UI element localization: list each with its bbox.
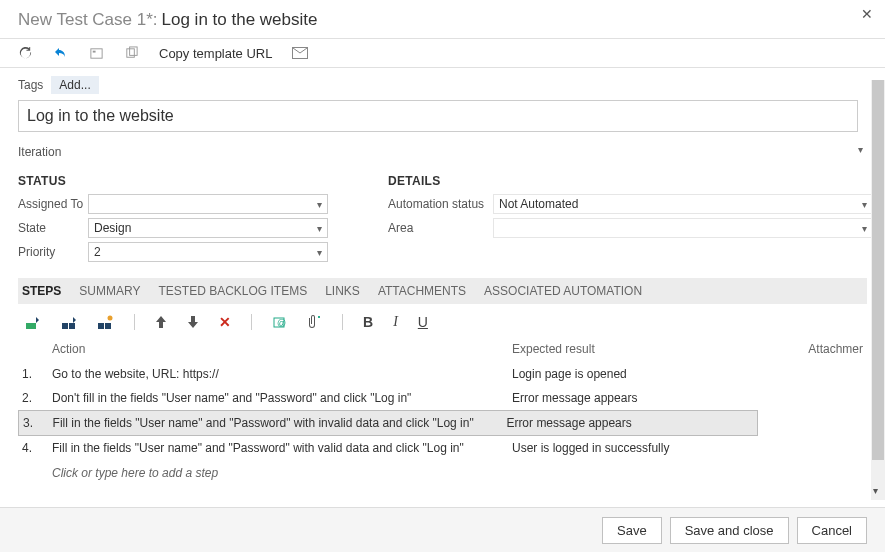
vertical-scrollbar[interactable]: ▾: [871, 80, 885, 500]
copy-icon[interactable]: [124, 46, 139, 61]
move-up-icon[interactable]: [155, 315, 167, 329]
tab-attachments[interactable]: ATTACHMENTS: [378, 284, 466, 298]
chevron-down-icon: ▾: [862, 223, 867, 234]
tab-steps[interactable]: STEPS: [22, 284, 61, 298]
separator: [134, 314, 135, 330]
step-row[interactable]: 1. Go to the website, URL: https:// Logi…: [18, 362, 867, 386]
tab-tested-backlog[interactable]: TESTED BACKLOG ITEMS: [158, 284, 307, 298]
chevron-down-icon: ▾: [317, 247, 322, 258]
tab-bar: STEPS SUMMARY TESTED BACKLOG ITEMS LINKS…: [18, 278, 867, 304]
tab-summary[interactable]: SUMMARY: [79, 284, 140, 298]
tab-associated-automation[interactable]: ASSOCIATED AUTOMATION: [484, 284, 642, 298]
svg-rect-2: [127, 48, 135, 56]
move-down-icon[interactable]: [187, 315, 199, 329]
iteration-select[interactable]: ▾: [88, 142, 867, 162]
svg-point-10: [108, 316, 113, 321]
steps-toolbar: ✕ @ B I U: [18, 304, 867, 338]
create-shared-step-icon[interactable]: [98, 315, 114, 329]
state-label: State: [18, 221, 88, 235]
add-step-placeholder-row[interactable]: Click or type here to add a step: [18, 460, 867, 492]
tags-row: Tags Add...: [18, 76, 867, 94]
priority-label: Priority: [18, 245, 88, 259]
separator: [342, 314, 343, 330]
area-label: Area: [388, 221, 493, 235]
iteration-label: Iteration: [18, 145, 88, 159]
assigned-to-label: Assigned To: [18, 197, 88, 211]
svg-rect-7: [69, 323, 75, 329]
bold-icon[interactable]: B: [363, 314, 373, 330]
svg-rect-9: [105, 323, 111, 329]
svg-rect-1: [93, 50, 96, 52]
close-icon[interactable]: ✕: [861, 6, 873, 22]
column-expected: Expected result: [512, 342, 762, 356]
step-row[interactable]: 2. Don't fill in the fields "User name" …: [18, 386, 867, 410]
save-and-close-button[interactable]: Save and close: [670, 517, 789, 544]
title-input[interactable]: [18, 100, 858, 132]
svg-rect-6: [62, 323, 68, 329]
priority-select[interactable]: 2▾: [88, 242, 328, 262]
iteration-row: Iteration ▾: [18, 142, 867, 162]
undo-icon[interactable]: [53, 45, 69, 61]
steps-header-row: Action Expected result Attachmer: [18, 338, 867, 362]
column-attachments: Attachmer: [762, 342, 863, 356]
chevron-down-icon: ▾: [317, 199, 322, 210]
step-row[interactable]: 4. Fill in the fields "User name" and "P…: [18, 436, 867, 460]
copy-template-url[interactable]: Copy template URL: [159, 46, 272, 61]
header-title: Log in to the website: [162, 10, 318, 30]
tab-links[interactable]: LINKS: [325, 284, 360, 298]
scroll-down-icon[interactable]: ▾: [873, 485, 878, 496]
status-heading: STATUS: [18, 174, 328, 188]
main-toolbar: Copy template URL: [0, 39, 885, 68]
add-attachment-icon[interactable]: [308, 315, 322, 330]
tags-add-button[interactable]: Add...: [51, 76, 98, 94]
tags-label: Tags: [18, 78, 43, 92]
separator: [251, 314, 252, 330]
refresh-icon[interactable]: [18, 46, 33, 61]
step-row[interactable]: 3. Fill in the fields "User name" and "P…: [18, 410, 758, 436]
assigned-to-select[interactable]: ▾: [88, 194, 328, 214]
svg-rect-0: [91, 48, 102, 57]
scrollbar-thumb[interactable]: [872, 80, 884, 460]
automation-status-select[interactable]: Not Automated▾: [493, 194, 873, 214]
svg-rect-8: [98, 323, 104, 329]
template-icon[interactable]: [89, 46, 104, 61]
cancel-button[interactable]: Cancel: [797, 517, 867, 544]
header-prefix: New Test Case 1*:: [18, 10, 158, 30]
mail-icon[interactable]: [292, 47, 308, 59]
underline-icon[interactable]: U: [418, 314, 428, 330]
delete-step-icon[interactable]: ✕: [219, 314, 231, 330]
automation-status-label: Automation status: [388, 197, 493, 211]
svg-text:@: @: [277, 318, 286, 328]
chevron-down-icon: ▾: [317, 223, 322, 234]
column-action: Action: [52, 342, 512, 356]
add-step-placeholder: Click or type here to add a step: [52, 466, 218, 480]
chevron-down-icon: ▾: [858, 144, 863, 155]
body-area: Tags Add... Iteration ▾ STATUS Assigned …: [0, 68, 885, 498]
dialog-header: New Test Case 1*: Log in to the website: [0, 0, 885, 39]
italic-icon[interactable]: I: [393, 314, 398, 330]
svg-rect-5: [26, 323, 36, 329]
dialog-footer: Save Save and close Cancel: [0, 507, 885, 552]
insert-shared-step-icon[interactable]: [62, 315, 78, 329]
details-heading: DETAILS: [388, 174, 873, 188]
save-button[interactable]: Save: [602, 517, 662, 544]
svg-rect-3: [130, 46, 138, 54]
area-select[interactable]: ▾: [493, 218, 873, 238]
insert-parameter-icon[interactable]: @: [272, 315, 288, 329]
state-select[interactable]: Design▾: [88, 218, 328, 238]
chevron-down-icon: ▾: [862, 199, 867, 210]
insert-step-icon[interactable]: [26, 315, 42, 329]
